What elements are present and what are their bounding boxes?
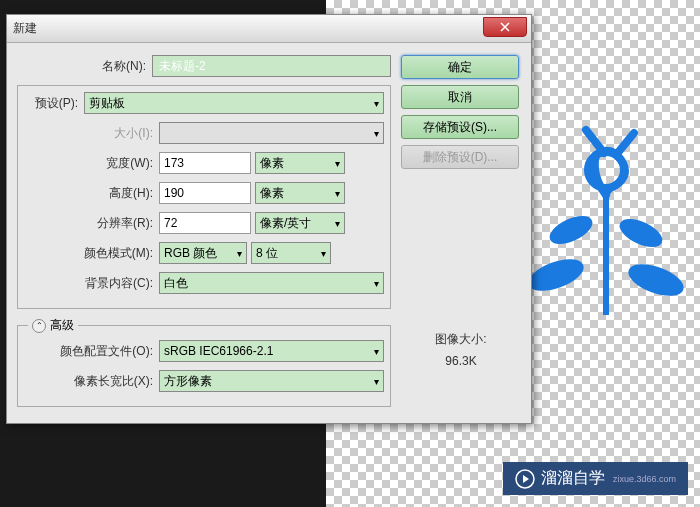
height-input[interactable]	[159, 182, 251, 204]
colorprofile-label: 颜色配置文件(O):	[24, 343, 159, 360]
colormode-dropdown[interactable]: RGB 颜色	[159, 242, 247, 264]
image-size-label: 图像大小:	[401, 329, 521, 351]
name-input[interactable]: 未标题-2	[152, 55, 391, 77]
watermark-url: zixue.3d66.com	[613, 474, 676, 484]
colorprofile-dropdown[interactable]: sRGB IEC61966-2.1	[159, 340, 384, 362]
delete-preset-button: 删除预设(D)...	[401, 145, 519, 169]
image-size-value: 96.3K	[401, 351, 521, 373]
svg-point-1	[626, 259, 687, 301]
size-label: 大小(I):	[24, 125, 159, 142]
close-button[interactable]	[483, 17, 527, 37]
height-label: 高度(H):	[24, 185, 159, 202]
close-icon	[500, 22, 510, 32]
titlebar[interactable]: 新建	[7, 15, 531, 43]
svg-point-3	[617, 215, 665, 252]
preset-fieldset: 预设(P): 剪贴板 大小(I): 宽度(W): 像素 高度(H): 像素	[17, 85, 391, 309]
width-input[interactable]	[159, 152, 251, 174]
right-panel: 确定 取消 存储预设(S)... 删除预设(D)... 图像大小: 96.3K	[391, 55, 521, 407]
colormode-label: 颜色模式(M):	[24, 245, 159, 262]
svg-point-0	[526, 254, 587, 296]
pixelratio-dropdown[interactable]: 方形像素	[159, 370, 384, 392]
preset-label: 预设(P):	[24, 95, 84, 112]
resolution-unit-dropdown[interactable]: 像素/英寸	[255, 212, 345, 234]
bitdepth-dropdown[interactable]: 8 位	[251, 242, 331, 264]
left-panel: 名称(N): 未标题-2 预设(P): 剪贴板 大小(I): 宽度(W): 像素	[17, 55, 391, 407]
preset-dropdown[interactable]: 剪贴板	[84, 92, 384, 114]
ok-button[interactable]: 确定	[401, 55, 519, 79]
name-label: 名称(N):	[17, 58, 152, 75]
image-size-info: 图像大小: 96.3K	[401, 329, 521, 372]
width-label: 宽度(W):	[24, 155, 159, 172]
bgcontent-label: 背景内容(C):	[24, 275, 159, 292]
pixelratio-label: 像素长宽比(X):	[24, 373, 159, 390]
size-dropdown	[159, 122, 384, 144]
resolution-label: 分辨率(R):	[24, 215, 159, 232]
save-preset-button[interactable]: 存储预设(S)...	[401, 115, 519, 139]
width-unit-dropdown[interactable]: 像素	[255, 152, 345, 174]
advanced-fieldset: ⌃ 高级 颜色配置文件(O): sRGB IEC61966-2.1 像素长宽比(…	[17, 325, 391, 407]
svg-point-2	[547, 212, 595, 249]
cancel-button[interactable]: 取消	[401, 85, 519, 109]
advanced-toggle[interactable]: ⌃ 高级	[28, 317, 78, 334]
dialog-content: 名称(N): 未标题-2 预设(P): 剪贴板 大小(I): 宽度(W): 像素	[7, 43, 531, 423]
play-icon	[515, 469, 535, 489]
height-unit-dropdown[interactable]: 像素	[255, 182, 345, 204]
resolution-input[interactable]	[159, 212, 251, 234]
watermark-text: 溜溜自学	[541, 468, 605, 489]
dialog-title: 新建	[13, 20, 37, 37]
bgcontent-dropdown[interactable]: 白色	[159, 272, 384, 294]
chevron-icon: ⌃	[32, 319, 46, 333]
new-document-dialog: 新建 名称(N): 未标题-2 预设(P): 剪贴板 大小(I): 宽度(W	[6, 14, 532, 424]
watermark: 溜溜自学 zixue.3d66.com	[503, 462, 688, 495]
plant-artwork	[516, 115, 696, 315]
